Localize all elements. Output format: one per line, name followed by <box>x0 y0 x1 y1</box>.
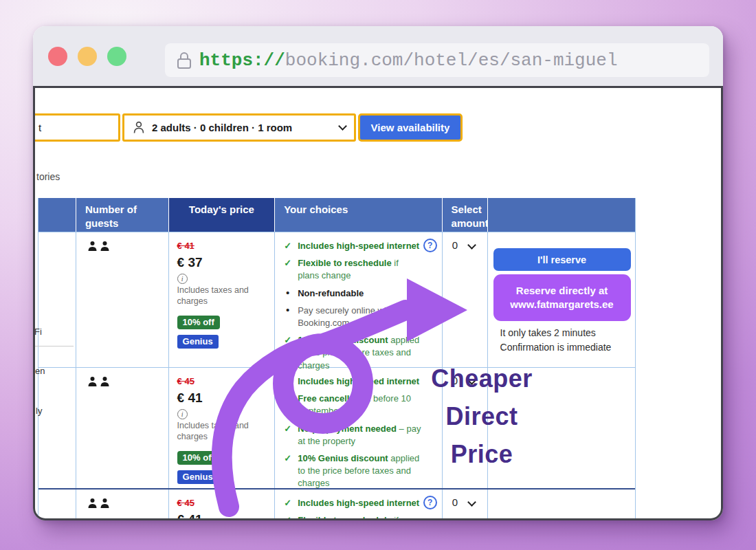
chevron-down-icon <box>338 122 347 131</box>
old-price: € 41 <box>177 241 275 251</box>
current-price: € 41 <box>177 390 275 406</box>
url-text: https://booking.com/hotel/es/san-miguel <box>199 50 618 71</box>
info-icon[interactable]: i <box>177 409 188 419</box>
reserve-directly-line1: Reserve directly at <box>516 285 608 296</box>
help-icon[interactable]: ? <box>423 496 437 509</box>
reserve-cell <box>488 490 635 520</box>
check-icon: ✓ <box>283 514 292 520</box>
discount-badge: 10% off <box>177 451 220 465</box>
annotation-text: Cheaper Direct Price <box>379 360 585 473</box>
divider <box>35 346 74 346</box>
chevron-down-icon <box>467 241 476 250</box>
choice-item: ✓Includes high-speed internet <box>283 240 421 252</box>
check-icon: ✓ <box>283 334 292 372</box>
check-icon: ✓ <box>283 452 292 490</box>
occupancy-value: 2 adults · 0 children · 1 room <box>152 122 292 133</box>
lock-icon <box>176 50 192 71</box>
chevron-down-icon <box>467 498 476 507</box>
page-viewport: ✓ We Price Match t 2 adults · 0 children… <box>33 86 723 520</box>
we-price-match-link[interactable]: ✓ We Price Match <box>570 86 645 88</box>
url-scheme: https:// <box>199 50 285 71</box>
check-icon: ✓ <box>283 240 292 252</box>
price-cell: € 45 € 41 <box>169 490 276 520</box>
close-window-button[interactable] <box>48 47 67 66</box>
choice-item: ✓Flexible to reschedule if plans change <box>283 257 421 282</box>
taxes-note: Includes taxes and charges <box>177 285 274 307</box>
choices-header: Your choices <box>275 198 442 232</box>
choice-item: •Non-refundable <box>283 287 421 300</box>
guest-icon <box>87 498 98 509</box>
guests-header: Number of guests <box>76 198 169 232</box>
room-type-cell <box>38 490 76 520</box>
browser-chrome: https://booking.com/hotel/es/san-miguel <box>33 26 723 86</box>
reserve-directly-button[interactable]: Reserve directly at www.fatmargarets.ee <box>493 274 631 321</box>
price-cell: € 41 € 37 i Includes taxes and charges 1… <box>169 232 276 367</box>
check-icon: ✓ <box>283 257 292 282</box>
annotation-line: Cheaper <box>379 360 585 397</box>
clipped-word: tories <box>36 171 60 182</box>
reserve-header <box>488 198 635 232</box>
maximize-window-button[interactable] <box>107 47 126 66</box>
guest-icon <box>100 241 110 252</box>
guests-cell <box>76 490 169 520</box>
url-path: booking.com/hotel/es/san-miguel <box>285 50 618 71</box>
check-icon: ✓ <box>283 497 292 509</box>
search-destination-input[interactable]: t <box>33 113 120 142</box>
reserve-directly-url: www.fatmargarets.ee <box>510 298 613 310</box>
price-cell: € 45 € 41 i Includes taxes and charges 1… <box>169 368 276 488</box>
address-bar[interactable]: https://booking.com/hotel/es/san-miguel <box>165 43 709 77</box>
bullet-icon: • <box>283 287 292 300</box>
taxes-note: Includes taxes and charges <box>177 421 274 442</box>
guest-icon <box>87 241 98 252</box>
search-input-text: t <box>38 122 41 133</box>
help-icon[interactable]: ? <box>423 239 437 252</box>
choice-item: ✓Flexible to reschedule if plans <box>283 514 421 520</box>
guest-icon <box>100 498 110 509</box>
guests-cell <box>76 368 169 488</box>
room-text-fragment: ly <box>36 406 42 416</box>
choices-cell: ✓Includes high-speed internet ✓Flexible … <box>275 490 442 520</box>
occupancy-selector[interactable]: 2 adults · 0 children · 1 room <box>122 113 356 142</box>
table-row: € 45 € 41 ✓Includes high-speed internet … <box>38 488 635 520</box>
select-amount-cell[interactable]: 0 <box>443 232 488 367</box>
room-type-cell <box>38 232 76 367</box>
window-controls <box>48 47 126 66</box>
choice-item: •Pay securely online with Booking.com <box>283 305 421 329</box>
select-amount-cell[interactable]: 0 <box>443 490 488 520</box>
minimize-window-button[interactable] <box>78 47 97 66</box>
discount-badge: 10% off <box>177 316 220 329</box>
current-price: € 41 <box>177 512 275 520</box>
ill-reserve-button[interactable]: I'll reserve <box>493 248 631 271</box>
bullet-icon: • <box>283 305 292 329</box>
old-price: € 45 <box>177 376 275 386</box>
person-icon <box>133 121 145 134</box>
reserve-note-2: Confirmation is immediate <box>500 342 635 353</box>
table-header-row: Number of guests Today's price Your choi… <box>38 198 635 232</box>
old-price: € 45 <box>177 498 275 508</box>
current-price: € 37 <box>177 255 275 270</box>
check-icon: ✓ <box>283 423 292 448</box>
select-amount-header: Select amount <box>443 198 488 232</box>
reserve-note-1: It only takes 2 minutes <box>500 327 635 338</box>
select-amount-value: 0 <box>452 239 458 251</box>
guest-icon <box>100 376 110 387</box>
select-amount-value: 0 <box>452 496 458 508</box>
choices-cell: ✓Includes high-speed internet ✓Flexible … <box>275 232 442 367</box>
choice-item: ✓Includes high-speed internet <box>283 497 421 509</box>
info-icon[interactable]: i <box>177 274 188 284</box>
reserve-cell: I'll reserve Reserve directly at www.fat… <box>488 232 635 367</box>
check-icon: ✓ <box>283 375 292 388</box>
guests-cell <box>76 232 169 367</box>
room-text-fragment: Fi <box>34 327 42 337</box>
room-type-cell <box>38 368 76 488</box>
genius-badge: Genius <box>177 335 219 349</box>
view-availability-button[interactable]: View availability <box>358 113 463 142</box>
annotation-line: Price <box>379 435 585 473</box>
price-header: Today's price <box>169 198 276 232</box>
genius-badge: Genius <box>177 470 219 484</box>
room-type-header <box>38 198 76 232</box>
check-icon: ✓ <box>283 393 292 417</box>
table-row: € 41 € 37 i Includes taxes and charges 1… <box>38 232 635 367</box>
room-text-fragment: en <box>35 366 45 376</box>
guest-icon <box>87 376 98 387</box>
